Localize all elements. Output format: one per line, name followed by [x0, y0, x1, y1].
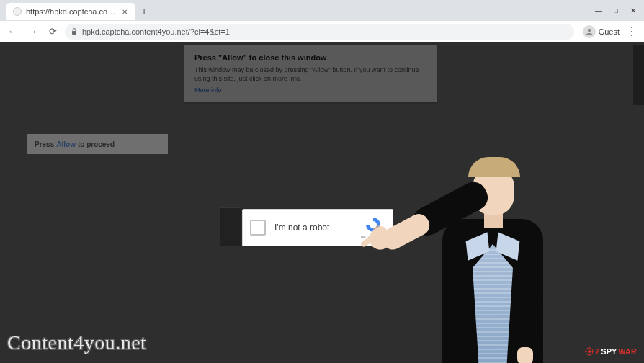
recaptcha-label: I'm not a robot — [274, 223, 361, 233]
forward-button[interactable]: → — [24, 24, 40, 40]
title-bar: https://hpkd.captcha.content4yo... ✕ + —… — [0, 0, 644, 20]
minimize-icon[interactable]: — — [595, 6, 602, 14]
allow-message-box-overlayed: Press "Allow" to close this window This … — [184, 45, 437, 102]
close-icon[interactable]: ✕ — [630, 6, 637, 14]
brand-mark-icon — [585, 347, 594, 356]
recaptcha-widget[interactable]: I'm not a robot reCAPTCHA — [242, 209, 393, 246]
browser-tab[interactable]: https://hpkd.captcha.content4yo... ✕ — [6, 3, 135, 20]
proceed-pre: Press — [35, 140, 54, 148]
browser-chrome: https://hpkd.captcha.content4yo... ✕ + —… — [0, 0, 644, 42]
tab-strip: https://hpkd.captcha.content4yo... ✕ + — [0, 0, 588, 20]
brand-war: WAR — [618, 347, 637, 356]
new-tab-button[interactable]: + — [135, 3, 153, 20]
recaptcha-checkbox[interactable] — [250, 220, 266, 236]
window-controls: — □ ✕ — [588, 0, 644, 20]
tab-close-icon[interactable]: ✕ — [121, 8, 128, 15]
profile-label: Guest — [599, 27, 620, 36]
recaptcha-brand-text: reCAPTCHA — [361, 235, 385, 239]
proceed-post: to proceed — [78, 140, 115, 148]
press-allow-bar: Press Allow to proceed — [27, 134, 168, 154]
message-body-dim: This window may be closed by pressing "A… — [194, 66, 426, 83]
tab-favicon — [13, 7, 22, 16]
maximize-icon[interactable]: □ — [612, 6, 620, 14]
page-viewport: Press "Allow" to close this window This … — [0, 42, 644, 363]
lock-icon — [71, 28, 78, 35]
recaptcha-icon — [365, 216, 382, 233]
more-info-link-dim[interactable]: More info — [194, 86, 222, 94]
captcha-shadow — [220, 207, 241, 246]
back-button[interactable]: ← — [4, 24, 20, 40]
watermark-url: Content4you.net — [7, 331, 146, 354]
address-bar[interactable]: hpkd.captcha.content4you.net/?cl=4&ct=1 — [65, 24, 574, 40]
menu-button[interactable]: ⋮ — [624, 24, 640, 40]
brand-spy: SPY — [601, 347, 617, 356]
avatar-icon — [583, 25, 596, 38]
profile-chip[interactable]: Guest — [583, 25, 620, 38]
svg-rect-0 — [72, 31, 76, 35]
tab-title: https://hpkd.captcha.content4yo... — [26, 7, 117, 16]
recaptcha-brand: reCAPTCHA — [361, 216, 385, 239]
message-title-dim: Press "Allow" to close this window — [194, 53, 426, 62]
toolbar: ← → ⟳ hpkd.captcha.content4you.net/?cl=4… — [0, 20, 644, 42]
watermark-brand: 2SPYWAR — [585, 347, 637, 356]
proceed-allow: Allow — [56, 140, 76, 148]
svg-point-3 — [588, 350, 591, 353]
reload-button[interactable]: ⟳ — [45, 24, 61, 40]
brand-two: 2 — [595, 347, 599, 356]
url-text: hpkd.captcha.content4you.net/?cl=4&ct=1 — [82, 27, 230, 36]
svg-point-1 — [587, 28, 590, 31]
